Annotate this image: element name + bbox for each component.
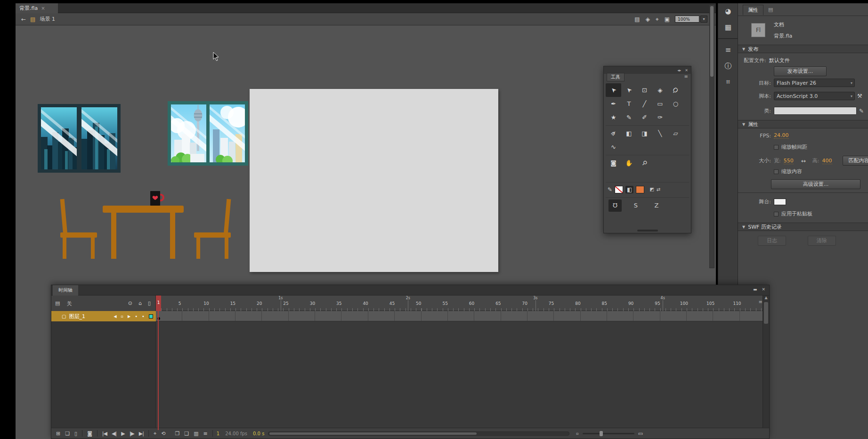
layer-lock-dot[interactable]: •	[142, 314, 145, 319]
loop-button[interactable]: ⟲	[161, 431, 165, 437]
align-panel-icon[interactable]: ≡	[718, 42, 738, 58]
scale-spans-checkbox[interactable]	[774, 145, 779, 150]
width-tool[interactable]: ∿	[606, 140, 621, 154]
night-city-window-graphic[interactable]	[38, 104, 121, 173]
publish-settings-button[interactable]: 发布设置...	[774, 66, 827, 76]
collapse-panel-icon[interactable]: ◂▸	[677, 68, 681, 72]
snap-to-objects-toggle[interactable]: Ω	[608, 200, 622, 212]
selection-tool[interactable]: ➤	[606, 83, 621, 97]
default-colors-icon[interactable]: ◩	[649, 187, 654, 192]
layer-view-icon[interactable]: ▤	[55, 300, 60, 307]
script-dropdown[interactable]: ActionScript 3.0 ▾	[774, 92, 855, 100]
fps-value[interactable]: 24.00	[774, 132, 789, 139]
modify-markers-button[interactable]: ≡	[203, 431, 208, 437]
table-scene-graphic[interactable]	[58, 187, 233, 261]
frame-ruler[interactable]: 1 51015202530354045505560657075808590951…	[156, 295, 763, 311]
highlight-layers-icon[interactable]: 关	[66, 300, 72, 307]
frame-rate-value[interactable]: 24.00 fps	[225, 431, 247, 436]
close-panel-icon[interactable]: ✕	[685, 68, 688, 72]
color-panel-icon[interactable]: ◕	[718, 3, 738, 19]
playhead[interactable]: 1	[156, 295, 161, 311]
paint-brush-tool[interactable]: ✐	[637, 111, 652, 124]
step-back-button[interactable]: ◀|	[112, 431, 116, 437]
stage[interactable]	[250, 89, 498, 272]
bone-tool[interactable]: ⋔	[606, 127, 621, 140]
advanced-settings-button[interactable]: 高级设置...	[771, 179, 860, 189]
subselection-tool[interactable]: ➤	[621, 83, 637, 97]
section-publish[interactable]: ▼ 发布	[738, 45, 868, 53]
stage-color-swatch[interactable]	[774, 199, 786, 205]
swatches-panel-icon[interactable]: ▦	[718, 19, 738, 35]
scene-breadcrumb[interactable]: 场景 1	[40, 16, 55, 23]
pen-tool[interactable]: ✒	[606, 97, 621, 111]
panel-resize-grip[interactable]	[637, 230, 658, 231]
width-value[interactable]: 550	[784, 158, 794, 164]
timeline-vertical-scrollbar[interactable]: ▲	[763, 295, 769, 429]
polystar-tool[interactable]: ★	[606, 111, 621, 124]
step-forward-button[interactable]: |▶	[130, 431, 134, 437]
scrollbar-thumb[interactable]	[269, 432, 477, 435]
apply-pasteboard-checkbox[interactable]	[774, 212, 779, 216]
match-contents-button[interactable]: 匹配内容	[843, 156, 868, 166]
panel-menu-icon[interactable]: ≡	[684, 74, 688, 79]
next-keyframe-icon[interactable]: ▶	[128, 314, 130, 319]
swap-colors-icon[interactable]: ⇄	[657, 187, 660, 192]
eraser-tool[interactable]: ▱	[668, 127, 683, 140]
scale-content-checkbox[interactable]	[774, 169, 779, 174]
free-transform-tool[interactable]: ⊡	[637, 83, 652, 97]
onion-skin-button[interactable]: ❐	[175, 431, 179, 437]
timeline-horizontal-scrollbar[interactable]	[268, 431, 569, 436]
center-frame-button[interactable]: ⌖	[154, 431, 156, 437]
section-swf-history[interactable]: ▼ SWF 历史记录	[738, 223, 868, 231]
new-folder-button[interactable]: ❏	[65, 431, 70, 437]
text-tool[interactable]: T	[621, 97, 637, 111]
smooth-option[interactable]: S	[629, 200, 642, 212]
class-input[interactable]	[774, 107, 857, 115]
frame-size-small-icon[interactable]: ▫	[576, 431, 578, 436]
add-camera-button[interactable]: ◙	[87, 431, 92, 437]
transform-panel-icon[interactable]: ⌗	[718, 74, 738, 90]
layer-name-cell[interactable]: ▢ 图层_1 ◀ ▫ ▶ • •	[51, 311, 156, 321]
brush-tool[interactable]: ✑	[652, 111, 668, 124]
edit-class-pencil-icon[interactable]: ✎	[859, 108, 864, 114]
height-value[interactable]: 400	[822, 158, 832, 164]
edit-scene-icon[interactable]: ▤	[634, 16, 640, 22]
swf-log-button[interactable]: 日志	[758, 236, 786, 246]
panel-menu-icon[interactable]: ≡	[759, 299, 763, 304]
close-panel-icon[interactable]: ✕	[762, 287, 765, 292]
document-name[interactable]: 背景.fla	[774, 32, 792, 40]
delete-layer-button[interactable]: ▯	[74, 431, 77, 437]
layer-frames-track[interactable]	[156, 311, 763, 321]
layer-outline-color-chip[interactable]	[149, 314, 153, 319]
scrollbar-thumb[interactable]	[710, 6, 714, 77]
tab-properties[interactable]: 属性	[743, 5, 763, 15]
prev-keyframe-icon[interactable]: ◀	[114, 314, 116, 319]
paint-bucket-tool[interactable]: ◧	[621, 127, 637, 140]
zoom-tool[interactable]: ⚲	[637, 156, 652, 170]
eyedropper-tool[interactable]: ╲	[652, 127, 668, 140]
section-properties[interactable]: ▼ 属性	[738, 120, 868, 128]
ink-bottle-tool[interactable]: ◨	[637, 127, 652, 140]
swf-clear-button[interactable]: 清除	[808, 236, 836, 246]
lasso-tool[interactable]: Ϙ	[668, 83, 683, 97]
link-dimensions-icon[interactable]: ↔	[801, 158, 806, 164]
script-settings-wrench-icon[interactable]: ⚒	[857, 93, 862, 99]
frame-size-slider-track[interactable]	[583, 433, 634, 434]
target-dropdown[interactable]: Flash Player 26 ▾	[774, 79, 855, 87]
layer-visibility-dot[interactable]: •	[135, 314, 138, 319]
day-city-window-graphic[interactable]	[168, 101, 248, 166]
line-tool[interactable]: ╱	[637, 97, 652, 111]
canvas-vertical-scrollbar[interactable]	[709, 5, 714, 268]
frame-size-large-icon[interactable]: ▭	[638, 431, 643, 437]
center-stage-icon[interactable]: ⌖	[656, 16, 659, 22]
back-icon[interactable]: ←	[21, 16, 26, 22]
clip-view-icon[interactable]: ▣	[665, 16, 670, 22]
close-tab-icon[interactable]: ×	[41, 6, 45, 11]
new-layer-button[interactable]: ⊞	[56, 431, 60, 437]
scroll-up-arrow-icon[interactable]: ▲	[764, 295, 767, 300]
go-to-last-frame-button[interactable]: ▶|	[139, 431, 144, 437]
library-tab-icon[interactable]: ▤	[768, 7, 773, 12]
document-tab[interactable]: 背景.fla ×	[16, 3, 58, 13]
gradient-transform-tool[interactable]: ◈	[652, 83, 668, 97]
fill-color-swatch[interactable]	[636, 186, 644, 193]
